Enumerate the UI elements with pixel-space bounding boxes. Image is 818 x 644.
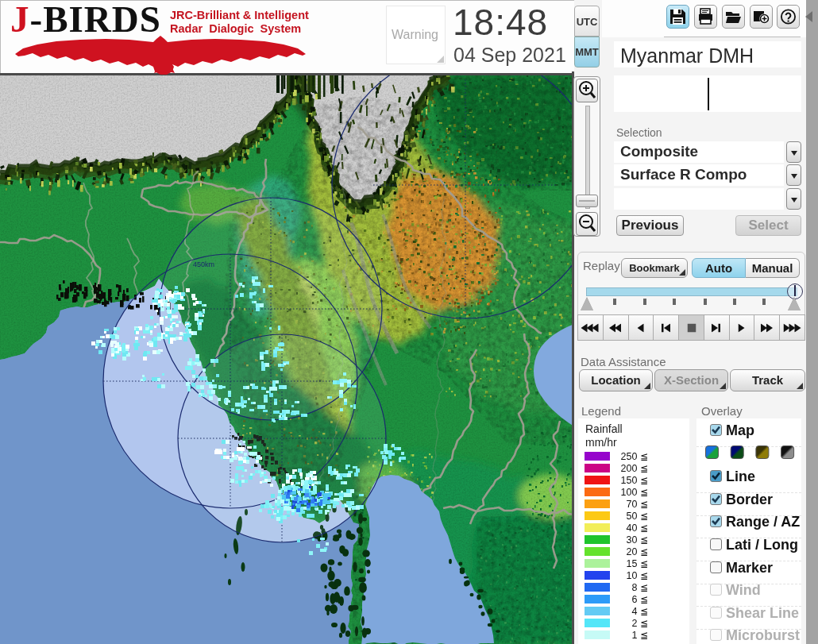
svg-text:450km: 450km (193, 260, 214, 268)
